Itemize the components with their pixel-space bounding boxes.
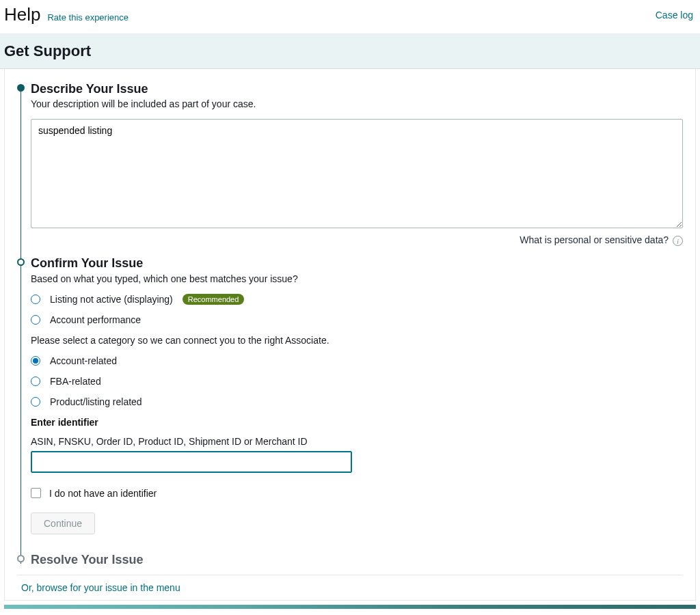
divider (17, 575, 683, 575)
step-marker-resolve (17, 555, 25, 562)
step-confirm: Confirm Your Issue Based on what you typ… (17, 256, 683, 542)
step-describe-desc: Your description will be included as par… (31, 98, 683, 109)
no-identifier-row[interactable]: I do not have an identifier (31, 488, 683, 499)
radio-icon (31, 315, 40, 325)
radio-row-account-performance[interactable]: Account performance (31, 314, 683, 325)
case-log-link[interactable]: Case log (656, 10, 693, 20)
section-title: Get Support (4, 42, 91, 59)
radio-label: Account performance (50, 314, 141, 325)
top-bar: Help Rate this experience Case log (0, 0, 700, 34)
checkbox-icon (31, 488, 41, 498)
step-describe-title: Describe Your Issue (31, 81, 683, 97)
sensitive-data-link[interactable]: What is personal or sensitive data? (520, 234, 669, 245)
radio-icon (31, 397, 40, 407)
recommended-badge: Recommended (183, 294, 245, 305)
rate-experience-link[interactable]: Rate this experience (47, 12, 129, 23)
category-instruction: Please select a category so we can conne… (31, 335, 683, 346)
radio-group-category: Account-related FBA-related Product/list… (31, 355, 683, 407)
radio-icon (31, 356, 40, 366)
step-marker-describe (17, 84, 25, 92)
bottom-accent (4, 605, 696, 609)
section-header: Get Support (0, 34, 700, 69)
no-identifier-label: I do not have an identifier (49, 488, 157, 499)
step-marker-confirm (17, 258, 25, 266)
identifier-hint: ASIN, FNSKU, Order ID, Product ID, Shipm… (31, 436, 683, 447)
continue-button[interactable]: Continue (31, 512, 95, 534)
identifier-label: Enter identifier (31, 417, 683, 428)
browse-menu-link[interactable]: Or, browse for your issue in the menu (17, 582, 683, 593)
describe-textarea[interactable] (31, 119, 683, 228)
identifier-input[interactable] (31, 451, 352, 473)
step-resolve-title: Resolve Your Issue (31, 552, 683, 568)
support-panel: Describe Your Issue Your description wil… (4, 69, 696, 601)
radio-icon (31, 377, 40, 386)
radio-label: Account-related (50, 355, 117, 366)
radio-row-listing-not-active[interactable]: Listing not active (displaying) Recommen… (31, 294, 683, 305)
radio-label: FBA-related (50, 376, 101, 387)
radio-row-account-related[interactable]: Account-related (31, 355, 683, 366)
step-resolve: Resolve Your Issue (17, 552, 683, 568)
radio-row-product-listing[interactable]: Product/listing related (31, 396, 683, 407)
step-confirm-title: Confirm Your Issue (31, 256, 683, 271)
step-describe: Describe Your Issue Your description wil… (17, 81, 683, 246)
radio-label: Listing not active (displaying) (50, 294, 173, 305)
helper-row: What is personal or sensitive data? i (31, 234, 683, 246)
page-title: Help (4, 4, 40, 25)
info-icon[interactable]: i (673, 236, 683, 246)
step-confirm-desc: Based on what you typed, which one best … (31, 273, 683, 284)
radio-icon (31, 295, 40, 304)
radio-row-fba-related[interactable]: FBA-related (31, 376, 683, 387)
radio-label: Product/listing related (50, 396, 142, 407)
radio-group-issue: Listing not active (displaying) Recommen… (31, 294, 683, 325)
